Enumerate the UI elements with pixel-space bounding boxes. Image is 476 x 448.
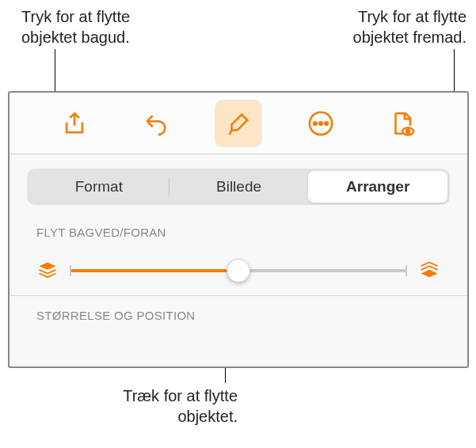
inspector-panel: Format Billede Arranger FLYT BAGVED/FORA… [8,91,469,368]
tab-format[interactable]: Format [29,171,169,203]
slider-track-fill [70,269,238,272]
svg-point-3 [325,122,328,125]
section-label-size: STØRRELSE OG POSITION [10,296,467,332]
slider-track-empty [238,269,407,272]
svg-point-2 [319,122,322,125]
svg-point-5 [406,130,409,133]
more-button[interactable] [297,100,345,147]
move-forward-button[interactable] [418,260,440,282]
share-icon [61,110,88,137]
svg-point-1 [314,122,317,125]
format-tabs: Format Billede Arranger [27,169,450,205]
slider-tick [70,265,71,276]
slider-thumb[interactable] [227,259,250,283]
document-view-button[interactable] [379,100,426,147]
undo-button[interactable] [132,100,180,147]
section-label-move: FLYT BAGVED/FORAN [10,213,467,249]
callout-move-forward: Tryk for at flytte objektet fremad. [300,6,466,47]
callout-move-back: Tryk for at flytte objektet bagud. [21,6,188,47]
app-toolbar [10,93,467,154]
undo-icon [143,110,169,137]
brush-icon [225,110,252,137]
format-brush-button[interactable] [215,100,262,147]
share-button[interactable] [51,100,98,147]
slider-tick [406,265,407,276]
move-back-button[interactable] [36,260,59,282]
callout-drag: Træk for at flytte objektet. [71,385,238,427]
more-icon [307,110,334,137]
tab-image[interactable]: Billede [169,171,309,203]
tab-arrange[interactable]: Arranger [308,171,447,203]
layers-back-icon [36,260,59,282]
layer-order-row [10,249,467,296]
layer-order-slider[interactable] [70,259,407,283]
layers-front-icon [418,260,440,282]
document-eye-icon [389,110,416,137]
format-tabs-container: Format Billede Arranger [10,154,467,213]
